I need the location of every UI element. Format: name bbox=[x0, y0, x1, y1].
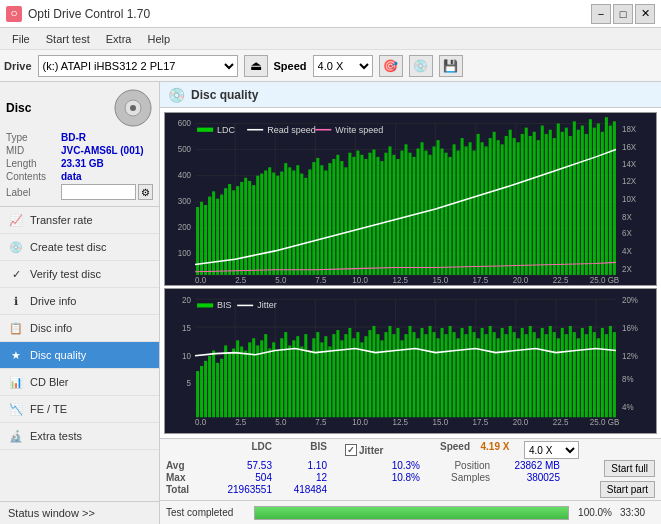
sidebar-label-extra-tests: Extra tests bbox=[30, 430, 82, 442]
svg-text:400: 400 bbox=[178, 171, 192, 180]
svg-rect-210 bbox=[340, 341, 343, 418]
svg-rect-67 bbox=[380, 161, 383, 275]
disc-label-button[interactable]: ⚙ bbox=[138, 184, 153, 200]
svg-rect-276 bbox=[605, 335, 608, 418]
sidebar-label-fe-te: FE / TE bbox=[30, 403, 67, 415]
fe-te-icon: 📉 bbox=[8, 401, 24, 417]
svg-rect-60 bbox=[352, 157, 355, 275]
title-bar: O Opti Drive Control 1.70 − □ ✕ bbox=[0, 0, 661, 28]
svg-rect-241 bbox=[465, 335, 468, 418]
svg-text:15: 15 bbox=[182, 324, 191, 333]
sidebar-item-verify-test-disc[interactable]: ✓ Verify test disc bbox=[0, 261, 159, 288]
svg-rect-43 bbox=[284, 163, 287, 275]
total-label: Total bbox=[166, 484, 202, 495]
drive-select[interactable]: (k:) ATAPI iHBS312 2 PL17 bbox=[38, 55, 238, 77]
close-button[interactable]: ✕ bbox=[635, 4, 655, 24]
menu-help[interactable]: Help bbox=[139, 31, 178, 47]
svg-text:100: 100 bbox=[178, 249, 192, 258]
app-title: Opti Drive Control 1.70 bbox=[28, 7, 150, 21]
svg-rect-47 bbox=[300, 174, 303, 275]
sidebar-item-transfer-rate[interactable]: 📈 Transfer rate bbox=[0, 207, 159, 234]
toolbar-icon-1[interactable]: 🎯 bbox=[379, 55, 403, 77]
svg-text:16X: 16X bbox=[622, 142, 637, 151]
svg-rect-182 bbox=[228, 353, 231, 418]
svg-rect-275 bbox=[601, 328, 604, 417]
speed-select-stats[interactable]: 4.0 X bbox=[524, 441, 579, 459]
svg-rect-37 bbox=[260, 174, 263, 275]
svg-rect-90 bbox=[473, 151, 476, 275]
start-full-button[interactable]: Start full bbox=[604, 460, 655, 477]
sidebar-item-extra-tests[interactable]: 🔬 Extra tests bbox=[0, 423, 159, 450]
speed-select[interactable]: 4.0 X 8.0 X bbox=[313, 55, 373, 77]
svg-rect-76 bbox=[417, 149, 420, 275]
svg-rect-85 bbox=[453, 144, 456, 275]
svg-text:2X: 2X bbox=[622, 265, 632, 274]
chart-bis-svg: 20 15 10 5 20% 16% 12% 8% 4% 0.0 2.5 5.0… bbox=[165, 289, 656, 433]
eject-button[interactable]: ⏏ bbox=[244, 55, 268, 77]
svg-text:Jitter: Jitter bbox=[257, 301, 277, 311]
ldc-total: 21963551 bbox=[202, 484, 272, 495]
disc-quality-icon: ★ bbox=[8, 347, 24, 363]
sidebar-item-disc-quality[interactable]: ★ Disc quality bbox=[0, 342, 159, 369]
svg-rect-92 bbox=[481, 142, 484, 275]
svg-rect-243 bbox=[473, 332, 476, 417]
svg-text:7.5: 7.5 bbox=[315, 276, 327, 285]
svg-rect-58 bbox=[344, 167, 347, 275]
svg-rect-31 bbox=[236, 186, 239, 275]
svg-rect-77 bbox=[421, 142, 424, 275]
svg-rect-225 bbox=[400, 341, 403, 418]
svg-rect-124 bbox=[609, 126, 612, 275]
svg-text:200: 200 bbox=[178, 223, 192, 232]
svg-rect-203 bbox=[312, 339, 315, 418]
svg-rect-54 bbox=[328, 163, 331, 275]
start-part-button[interactable]: Start part bbox=[600, 481, 655, 498]
svg-rect-91 bbox=[477, 134, 480, 275]
progress-bar-outer bbox=[254, 506, 569, 520]
svg-text:20.0: 20.0 bbox=[513, 276, 529, 285]
disc-contents-row: Contents data bbox=[6, 171, 153, 182]
toolbar-icon-2[interactable]: 💿 bbox=[409, 55, 433, 77]
sidebar-item-cd-bler[interactable]: 📊 CD Bler bbox=[0, 369, 159, 396]
toolbar-icon-3[interactable]: 💾 bbox=[439, 55, 463, 77]
menu-extra[interactable]: Extra bbox=[98, 31, 140, 47]
svg-rect-93 bbox=[485, 146, 488, 274]
sidebar-item-fe-te[interactable]: 📉 FE / TE bbox=[0, 396, 159, 423]
svg-rect-110 bbox=[553, 138, 556, 275]
svg-rect-259 bbox=[537, 339, 540, 418]
maximize-button[interactable]: □ bbox=[613, 4, 633, 24]
svg-text:7.5: 7.5 bbox=[315, 419, 327, 428]
svg-rect-200 bbox=[300, 347, 303, 418]
svg-rect-45 bbox=[292, 170, 295, 274]
svg-text:18X: 18X bbox=[622, 125, 637, 134]
disc-label-input[interactable] bbox=[61, 184, 136, 200]
sidebar-item-disc-info[interactable]: 📋 Disc info bbox=[0, 315, 159, 342]
svg-rect-213 bbox=[352, 339, 355, 418]
svg-rect-82 bbox=[441, 149, 444, 275]
sidebar-item-create-test-disc[interactable]: 💿 Create test disc bbox=[0, 234, 159, 261]
svg-rect-252 bbox=[509, 326, 512, 417]
minimize-button[interactable]: − bbox=[591, 4, 611, 24]
disc-length: 23.31 GB bbox=[61, 158, 104, 169]
menu-file[interactable]: File bbox=[4, 31, 38, 47]
chart-ldc-svg: 600 500 400 300 200 100 18X 16X 14X 12X … bbox=[165, 113, 656, 285]
svg-text:10X: 10X bbox=[622, 195, 637, 204]
svg-rect-46 bbox=[296, 165, 299, 275]
svg-rect-50 bbox=[312, 162, 315, 275]
sidebar-item-drive-info[interactable]: ℹ Drive info bbox=[0, 288, 159, 315]
verify-test-disc-icon: ✓ bbox=[8, 266, 24, 282]
svg-rect-39 bbox=[268, 167, 271, 275]
svg-rect-38 bbox=[264, 170, 267, 274]
svg-text:BIS: BIS bbox=[217, 301, 232, 311]
create-test-disc-icon: 💿 bbox=[8, 239, 24, 255]
svg-rect-270 bbox=[581, 328, 584, 417]
svg-text:8%: 8% bbox=[622, 376, 634, 385]
svg-rect-215 bbox=[360, 343, 363, 418]
svg-rect-177 bbox=[208, 356, 211, 418]
svg-text:500: 500 bbox=[178, 145, 192, 154]
svg-text:12X: 12X bbox=[622, 177, 637, 186]
status-window[interactable]: Status window >> bbox=[0, 501, 159, 524]
ldc-header: LDC bbox=[202, 441, 272, 459]
svg-rect-99 bbox=[509, 130, 512, 275]
menu-start-test[interactable]: Start test bbox=[38, 31, 98, 47]
svg-rect-34 bbox=[248, 181, 251, 275]
